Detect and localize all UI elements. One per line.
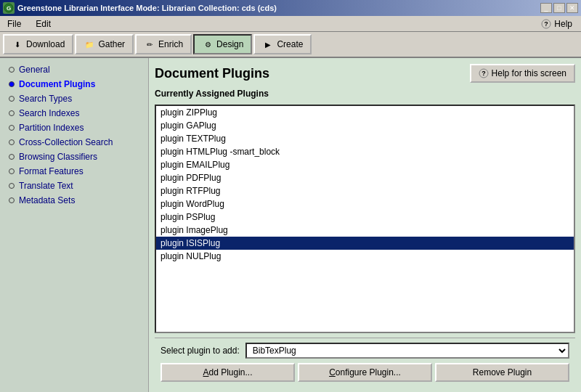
sidebar-item-label: Document Plugins (19, 79, 95, 89)
sidebar-bullet (9, 67, 15, 73)
sidebar-item-label: Format Features (19, 166, 84, 176)
plugin-item[interactable]: plugin ISISPlug (156, 237, 574, 250)
help-label: Help (554, 19, 572, 29)
section-label: Currently Assigned Plugins (155, 87, 575, 100)
sidebar-item-search-indexes[interactable]: Search Indexes (0, 106, 148, 121)
create-label: Create (277, 39, 303, 49)
sidebar-item-label: Metadata Sets (19, 195, 75, 205)
sidebar-item-general[interactable]: General (0, 62, 148, 77)
svg-text:?: ? (482, 70, 486, 77)
sidebar-bullet (9, 110, 15, 116)
sidebar-item-cross-collection-search[interactable]: Cross-Collection Search (0, 135, 148, 150)
plugin-item[interactable]: plugin PSPlug (156, 211, 574, 224)
sidebar-bullet (9, 139, 15, 145)
plugin-item[interactable]: plugin TEXTPlug (156, 132, 574, 145)
svg-text:?: ? (545, 20, 549, 28)
plugin-item[interactable]: plugin ZIPPlug (156, 106, 574, 119)
sidebar-item-label: General (19, 65, 50, 75)
enrich-label: Enrich (158, 39, 183, 49)
sidebar-item-label: Search Indexes (19, 108, 79, 118)
sidebar-item-metadata-sets[interactable]: Metadata Sets (0, 193, 148, 208)
sidebar-bullet (9, 125, 15, 131)
design-button[interactable]: ⚙ Design (193, 34, 252, 54)
download-label: Download (26, 39, 65, 49)
bottom-area: Select plugin to add:BibTexPlugAdd Plugi… (155, 338, 575, 386)
title-bar-left: G Greenstone Librarian Interface Mode: L… (3, 2, 277, 14)
svg-text:G: G (7, 5, 11, 12)
select-plugin-row: Select plugin to add:BibTexPlug (161, 343, 569, 359)
help-screen-label: Help for this screen (492, 68, 566, 78)
help-icon: ? (541, 19, 551, 29)
plugin-item[interactable]: plugin NULPlug (156, 250, 574, 263)
menu-bar: File Edit ? Help (0, 16, 581, 32)
sidebar-bullet (9, 154, 15, 160)
sidebar-item-translate-text[interactable]: Translate Text (0, 179, 148, 193)
maximize-button[interactable]: □ (553, 3, 565, 13)
remove-plugin-button[interactable]: Remove Plugin (435, 363, 569, 382)
sidebar-bullet (9, 81, 15, 87)
plugin-item[interactable]: plugin HTMLPlug -smart_block (156, 145, 574, 158)
sidebar-item-label: Search Types (19, 94, 72, 104)
main-area: GeneralDocument PluginsSearch TypesSearc… (0, 58, 581, 392)
enrich-button[interactable]: ✏ Enrich (135, 34, 192, 54)
download-button[interactable]: ⬇ Download (3, 34, 73, 54)
sidebar-item-label: Translate Text (19, 181, 73, 191)
create-icon: ▶ (262, 38, 274, 50)
title-bar: G Greenstone Librarian Interface Mode: L… (0, 0, 581, 16)
plugin-item[interactable]: plugin WordPlug (156, 197, 574, 211)
gather-label: Gather (98, 39, 125, 49)
sidebar-item-label: Cross-Collection Search (19, 137, 113, 147)
plugin-item[interactable]: plugin ImagePlug (156, 224, 574, 237)
help-menu-button[interactable]: ? Help (535, 17, 578, 30)
plugin-item[interactable]: plugin RTFPlug (156, 184, 574, 197)
menu-file[interactable]: File (3, 17, 25, 30)
content-title: Document Plugins (155, 66, 269, 81)
download-icon: ⬇ (12, 38, 23, 50)
select-plugin-label: Select plugin to add: (161, 346, 240, 356)
plugin-item[interactable]: plugin GAPlug (156, 119, 574, 132)
sidebar-item-label: Browsing Classifiers (19, 152, 97, 162)
sidebar-item-search-types[interactable]: Search Types (0, 91, 148, 106)
app-icon: G (3, 2, 15, 14)
sidebar-item-document-plugins[interactable]: Document Plugins (0, 77, 148, 91)
window-title: Greenstone Librarian Interface Mode: Lib… (17, 4, 277, 12)
toolbar: ⬇ Download 📁 Gather ✏ Enrich ⚙ Design ▶ … (0, 32, 581, 58)
gather-button[interactable]: 📁 Gather (75, 34, 134, 54)
plugin-list[interactable]: plugin ZIPPlugplugin GAPlugplugin TEXTPl… (155, 105, 575, 333)
sidebar-bullet (9, 197, 15, 203)
window-controls: _ □ ✕ (540, 3, 578, 13)
sidebar-item-browsing-classifiers[interactable]: Browsing Classifiers (0, 150, 148, 164)
sidebar-item-label: Partition Indexes (19, 123, 84, 133)
content-header: Document Plugins ? Help for this screen (155, 64, 575, 83)
configure-plugin-button[interactable]: Configure Plugin... (298, 363, 432, 382)
sidebar-item-format-features[interactable]: Format Features (0, 164, 148, 179)
plugin-item[interactable]: plugin EMAILPlug (156, 158, 574, 171)
add-plugin-button[interactable]: Add Plugin... (161, 363, 295, 382)
help-screen-icon: ? (479, 68, 489, 78)
design-label: Design (216, 39, 243, 49)
design-icon: ⚙ (202, 38, 214, 50)
sidebar-bullet (9, 96, 15, 102)
plugin-select-dropdown[interactable]: BibTexPlug (245, 343, 569, 359)
close-button[interactable]: ✕ (566, 3, 578, 13)
create-button[interactable]: ▶ Create (253, 34, 312, 54)
sidebar-bullet (9, 183, 15, 189)
enrich-icon: ✏ (144, 38, 155, 50)
menu-bar-left: File Edit (3, 17, 55, 30)
minimize-button[interactable]: _ (540, 3, 552, 13)
sidebar-item-partition-indexes[interactable]: Partition Indexes (0, 121, 148, 135)
sidebar: GeneralDocument PluginsSearch TypesSearc… (0, 58, 149, 392)
help-screen-button[interactable]: ? Help for this screen (470, 64, 575, 83)
sidebar-bullet (9, 168, 15, 174)
action-button-row: Add Plugin...Configure Plugin...Remove P… (161, 363, 569, 382)
plugin-item[interactable]: plugin PDFPlug (156, 171, 574, 184)
gather-icon: 📁 (84, 38, 95, 50)
content-panel: Document Plugins ? Help for this screen … (149, 58, 581, 392)
menu-edit[interactable]: Edit (31, 17, 55, 30)
